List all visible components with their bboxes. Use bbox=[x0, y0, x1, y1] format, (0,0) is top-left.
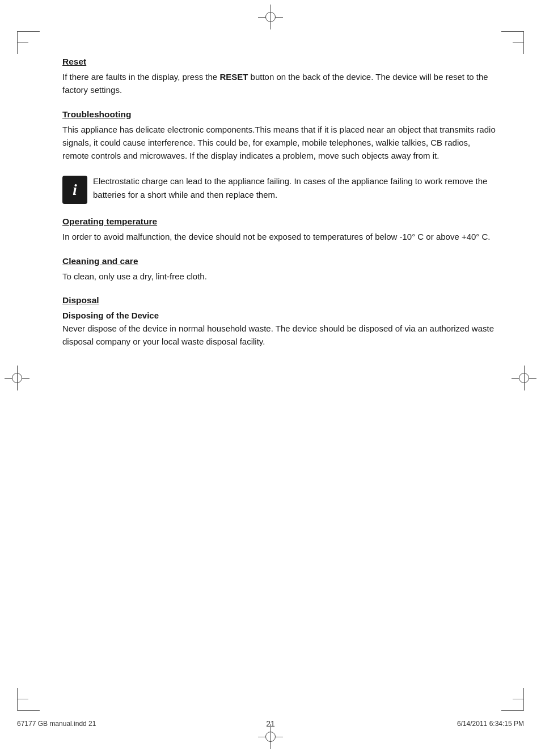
reset-body-text1: If there are faults in the display, pres… bbox=[62, 72, 219, 82]
cleaning-and-care-section: Cleaning and care To clean, only use a d… bbox=[62, 256, 496, 283]
troubleshooting-section: Troubleshooting This appliance has delic… bbox=[62, 109, 496, 163]
footer: 67177 GB manual.indd 21 21 6/14/2011 6:3… bbox=[0, 720, 541, 728]
footer-left: 67177 GB manual.indd 21 bbox=[17, 720, 96, 728]
page: Reset If there are faults in the display… bbox=[0, 0, 541, 756]
reset-bold: RESET bbox=[219, 72, 248, 82]
crosshair-middle-left bbox=[5, 366, 29, 390]
disposal-section: Disposal Disposing of the Device Never d… bbox=[62, 295, 496, 349]
disposal-title: Disposal bbox=[62, 295, 496, 305]
footer-page-number: 21 bbox=[266, 719, 275, 728]
operating-temperature-section: Operating temperature In order to avoid … bbox=[62, 216, 496, 243]
tick-left-top bbox=[17, 43, 28, 43]
operating-temperature-title: Operating temperature bbox=[62, 216, 496, 227]
reset-section: Reset If there are faults in the display… bbox=[62, 57, 496, 97]
tick-left-bottom bbox=[17, 699, 28, 699]
reset-title: Reset bbox=[62, 57, 496, 67]
footer-right: 6/14/2011 6:34:15 PM bbox=[457, 720, 524, 728]
crosshair-middle-right bbox=[512, 366, 536, 390]
disposal-body: Disposing of the Device Never dispose of… bbox=[62, 309, 496, 349]
disposal-subtitle: Disposing of the Device bbox=[62, 311, 159, 320]
tick-right-bottom bbox=[513, 699, 524, 699]
main-content: Reset If there are faults in the display… bbox=[62, 57, 496, 688]
reset-body: If there are faults in the display, pres… bbox=[62, 70, 496, 97]
corner-mark-br bbox=[501, 688, 524, 711]
troubleshooting-title: Troubleshooting bbox=[62, 109, 496, 120]
troubleshooting-body: This appliance has delicate electronic c… bbox=[62, 123, 496, 163]
disposal-body-text: Never dispose of the device in normal ho… bbox=[62, 324, 494, 346]
info-box-text: Electrostatic charge can lead to the app… bbox=[93, 175, 496, 201]
corner-mark-bl bbox=[17, 688, 40, 711]
cleaning-and-care-title: Cleaning and care bbox=[62, 256, 496, 266]
crosshair-top-center bbox=[258, 5, 283, 29]
info-icon-box: i bbox=[62, 176, 87, 204]
info-icon-label: i bbox=[73, 182, 77, 198]
operating-temperature-body: In order to avoid malfunction, the devic… bbox=[62, 230, 496, 243]
cleaning-and-care-body: To clean, only use a dry, lint-free clot… bbox=[62, 270, 496, 283]
info-box: i Electrostatic charge can lead to the a… bbox=[62, 175, 496, 204]
tick-right-top bbox=[513, 43, 524, 43]
